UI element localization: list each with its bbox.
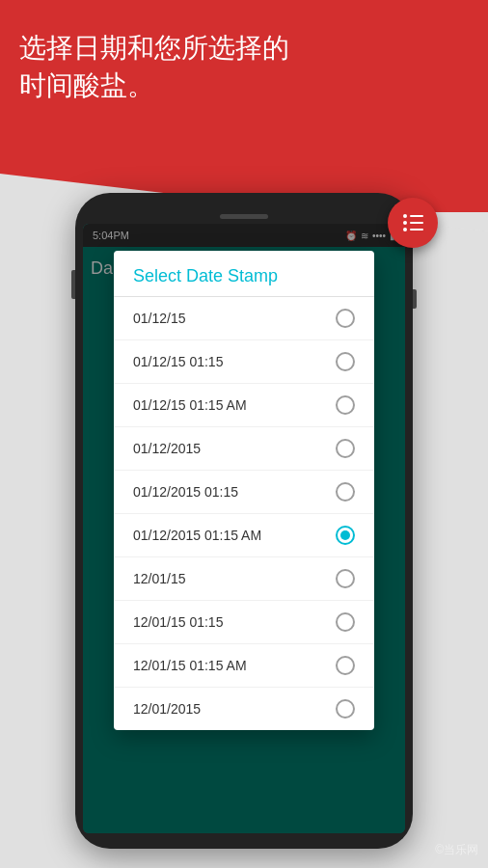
speaker-grille <box>220 214 268 219</box>
dialog-item-label: 12/01/15 01:15 AM <box>133 658 247 673</box>
radio-button[interactable] <box>336 699 355 719</box>
dialog-item[interactable]: 12/01/15 01:15 AM <box>114 644 374 688</box>
dialog-list[interactable]: 01/12/1501/12/15 01:1501/12/15 01:15 AM0… <box>114 297 374 730</box>
radio-button[interactable] <box>336 395 355 415</box>
fab-button[interactable] <box>388 198 438 248</box>
dialog-item[interactable]: 12/01/15 <box>114 557 374 601</box>
radio-button[interactable] <box>336 309 355 328</box>
radio-button[interactable] <box>336 569 355 588</box>
radio-inner <box>340 530 350 540</box>
phone-frame: 5:04PM ⏰ ≋ •••• ▮ Da... Select Date Stam… <box>75 193 413 849</box>
dialog-title: Select Date Stamp <box>114 251 374 297</box>
top-text-line2: 时间酸盐。 <box>19 67 289 104</box>
dialog-item-label: 12/01/15 <box>133 571 186 586</box>
dialog-item[interactable]: 01/12/15 01:15 <box>114 340 374 384</box>
dialog-item[interactable]: 12/01/15 01:15 <box>114 601 374 644</box>
dialog-item-label: 01/12/2015 <box>133 441 201 456</box>
dialog-item-label: 12/01/2015 <box>133 701 201 717</box>
dialog: Select Date Stamp 01/12/1501/12/15 01:15… <box>114 251 374 730</box>
dialog-item[interactable]: 01/12/2015 01:15 <box>114 471 374 514</box>
dialog-item-label: 01/12/15 <box>133 311 186 326</box>
radio-button[interactable] <box>336 482 355 502</box>
dialog-item[interactable]: 01/12/15 <box>114 297 374 340</box>
watermark-text: ©当乐网 <box>435 843 478 856</box>
dialog-item[interactable]: 01/12/2015 <box>114 427 374 471</box>
volume-button <box>71 270 75 299</box>
dialog-item[interactable]: 01/12/15 01:15 AM <box>114 384 374 427</box>
radio-button[interactable] <box>336 612 355 632</box>
dialog-item[interactable]: 01/12/2015 01:15 AM <box>114 514 374 557</box>
list-icon <box>403 214 423 231</box>
watermark: ©当乐网 <box>435 842 478 858</box>
dialog-item-label: 12/01/15 01:15 <box>133 614 223 630</box>
dialog-item-label: 01/12/15 01:15 <box>133 354 223 369</box>
radio-button[interactable] <box>336 526 355 545</box>
power-button <box>413 289 417 309</box>
radio-button[interactable] <box>336 439 355 458</box>
top-text-line1: 选择日期和您所选择的 <box>19 29 289 67</box>
phone-top-bar <box>83 208 405 224</box>
radio-button[interactable] <box>336 352 355 371</box>
dialog-item-label: 01/12/2015 01:15 AM <box>133 528 261 543</box>
dialog-item[interactable]: 12/01/2015 <box>114 688 374 730</box>
dialog-item-label: 01/12/2015 01:15 <box>133 484 238 500</box>
dialog-overlay: Select Date Stamp 01/12/1501/12/15 01:15… <box>83 224 405 833</box>
top-description: 选择日期和您所选择的 时间酸盐。 <box>19 29 289 104</box>
dialog-item-label: 01/12/15 01:15 AM <box>133 397 247 413</box>
radio-button[interactable] <box>336 656 355 675</box>
phone-screen: 5:04PM ⏰ ≋ •••• ▮ Da... Select Date Stam… <box>83 224 405 833</box>
